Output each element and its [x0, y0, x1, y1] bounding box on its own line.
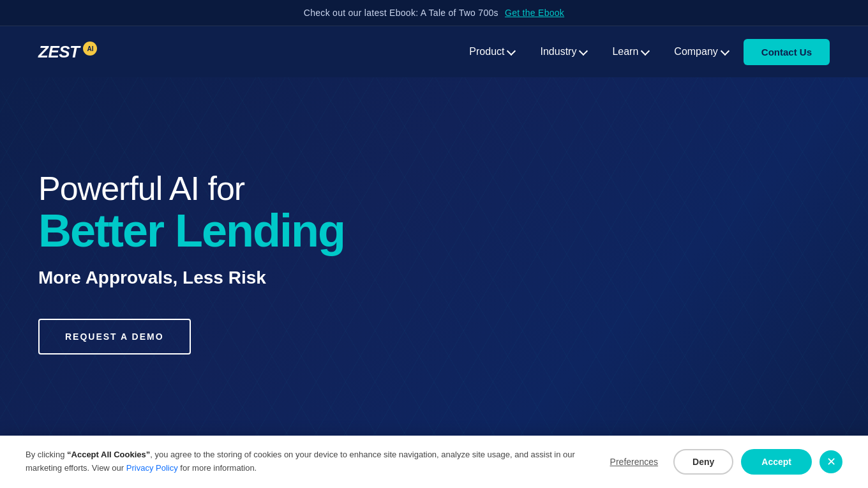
deny-button[interactable]: Deny [673, 449, 733, 475]
hero-section: Powerful AI for Better Lending More Appr… [0, 77, 868, 448]
nav-link-learn[interactable]: Learn [602, 41, 659, 63]
cookie-banner: By clicking “Accept All Cookies”, you ag… [0, 436, 868, 488]
announcement-link[interactable]: Get the Ebook [505, 8, 564, 18]
nav-links: Product Industry Learn Company Conta [459, 39, 830, 65]
cookie-bold-text: “Accept All Cookies” [67, 450, 150, 459]
privacy-policy-link[interactable]: Privacy Policy [126, 463, 178, 473]
contact-us-button[interactable]: Contact Us [744, 39, 830, 65]
preferences-button[interactable]: Preferences [602, 452, 666, 472]
close-icon: ✕ [827, 455, 836, 469]
navbar: ZEST AI Product Industry Learn Company [0, 26, 868, 77]
hero-title: Better Lending [38, 207, 485, 255]
chevron-down-icon [579, 46, 588, 55]
logo-ai-badge: AI [83, 42, 97, 56]
accept-button[interactable]: Accept [741, 449, 812, 475]
announcement-text: Check out our latest Ebook: A Tale of Tw… [304, 8, 498, 18]
nav-item-learn: Learn [602, 41, 659, 63]
logo-text: ZEST [38, 42, 79, 62]
hero-subtitle: Powerful AI for [38, 171, 485, 207]
chevron-down-icon [641, 46, 650, 55]
nav-link-industry[interactable]: Industry [530, 41, 597, 63]
nav-link-product[interactable]: Product [459, 41, 525, 63]
hero-tagline: More Approvals, Less Risk [38, 268, 485, 288]
nav-item-contact: Contact Us [744, 39, 830, 65]
announcement-bar: Check out our latest Ebook: A Tale of Tw… [0, 0, 868, 26]
logo[interactable]: ZEST AI [38, 42, 97, 62]
nav-item-industry: Industry [530, 41, 597, 63]
cookie-actions: Preferences Deny Accept ✕ [602, 449, 842, 475]
chevron-down-icon [507, 46, 516, 55]
hero-content: Powerful AI for Better Lending More Appr… [38, 171, 485, 355]
close-cookie-button[interactable]: ✕ [819, 450, 842, 473]
chevron-down-icon [721, 46, 730, 55]
cookie-text: By clicking “Accept All Cookies”, you ag… [26, 448, 587, 475]
nav-item-product: Product [459, 41, 525, 63]
nav-link-company[interactable]: Company [664, 41, 738, 63]
request-demo-button[interactable]: REQUEST A DEMO [38, 319, 191, 355]
nav-item-company: Company [664, 41, 738, 63]
